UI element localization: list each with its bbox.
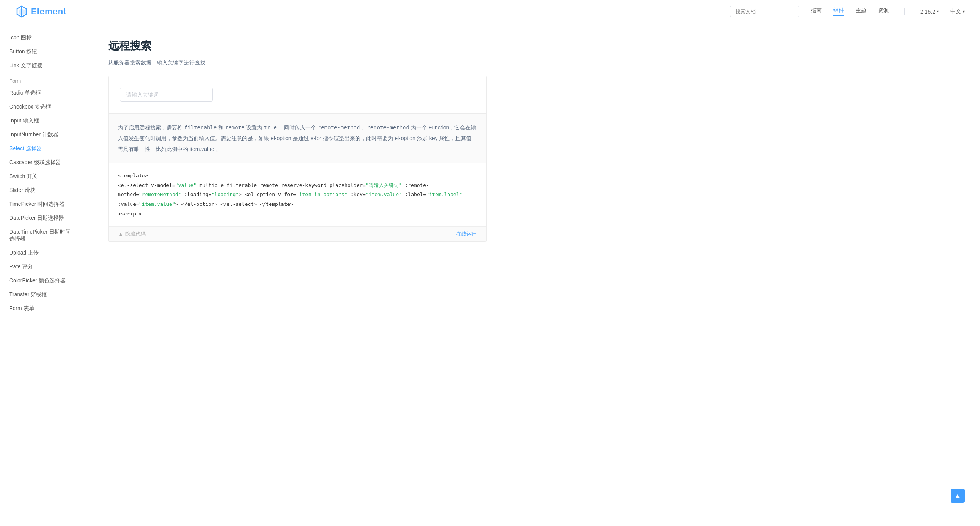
sidebar-item-cascader[interactable]: Cascader 级联选择器	[0, 156, 85, 170]
sidebar-item-datetimepicker[interactable]: DateTimePicker 日期时间选择器	[0, 225, 85, 246]
code-template-close: </template>	[260, 201, 293, 207]
collapse-icon: ▲	[118, 231, 123, 237]
code-v-for: v-for	[310, 135, 321, 141]
code-el-select-open: <el-select	[118, 182, 148, 188]
sidebar-item-inputnumber[interactable]: InputNumber 计数器	[0, 128, 85, 142]
sidebar-item-input[interactable]: Input 输入框	[0, 114, 85, 128]
code-value-attr: :value="item.value">	[118, 201, 178, 207]
sidebar-item-select[interactable]: Select 选择器	[0, 142, 85, 156]
sidebar-item-upload[interactable]: Upload 上传	[0, 246, 85, 260]
code-remote-method-2: remote-method	[367, 124, 409, 131]
page-title: 远程搜索	[108, 39, 487, 53]
sidebar-item-rate[interactable]: Rate 评分	[0, 260, 85, 273]
code-function: Function	[429, 124, 449, 131]
page-subtitle: 从服务器搜索数据，输入关键字进行查找	[108, 59, 487, 66]
search-input[interactable]	[730, 6, 799, 17]
logo[interactable]: Element	[15, 5, 67, 18]
code-el-select-close: </el-select>	[220, 201, 257, 207]
code-filterable: filterable	[184, 124, 217, 131]
sidebar-item-timepicker[interactable]: TimePicker 时间选择器	[0, 197, 85, 211]
sidebar-item-slider[interactable]: Slider 滑块	[0, 183, 85, 197]
chevron-down-icon: ▾	[937, 9, 939, 14]
section-description: 为了启用远程搜索，需要将 filterable 和 remote 设置为 tru…	[109, 113, 486, 163]
code-template-open: <template>	[118, 173, 148, 178]
logo-text: Element	[31, 7, 67, 17]
code-remote: remote	[225, 124, 245, 131]
nav-theme[interactable]: 主题	[856, 7, 866, 16]
sidebar: Icon 图标 Button 按钮 Link 文字链接 Form Radio 单…	[0, 23, 85, 273]
code-v-for-attr: v-for="item in options"	[278, 192, 348, 197]
logo-icon	[15, 5, 28, 18]
code-reserve-keyword: reserve-keyword	[281, 182, 326, 188]
code-multiple: multiple	[199, 182, 224, 188]
nav-resources[interactable]: 资源	[878, 7, 889, 16]
language-select[interactable]: 中文 ▾	[950, 8, 965, 15]
sidebar-section-form: Form	[0, 73, 85, 86]
nav-components[interactable]: 组件	[833, 7, 844, 16]
sidebar-item-datepicker[interactable]: DatePicker 日期选择器	[0, 211, 85, 225]
code-placeholder-attr: placeholder="请输入关键词"	[329, 182, 402, 188]
sidebar-item-button[interactable]: Button 按钮	[0, 45, 85, 59]
code-key-attr: :key="item.value"	[351, 192, 402, 197]
code-loading-attr: :loading="loading">	[184, 192, 242, 197]
code-true: true	[264, 124, 277, 131]
code-script-open: <script>	[118, 211, 142, 217]
hide-code-button[interactable]: ▲ 隐藏代码	[118, 231, 146, 238]
code-el-option-tag: <el-option	[245, 192, 275, 197]
keyword-input[interactable]	[120, 88, 213, 102]
code-block: <template> <el-select v-model="value" mu…	[109, 163, 486, 226]
run-online-button[interactable]: 在线运行	[456, 231, 476, 238]
code-remote: remote	[260, 182, 278, 188]
main-content: 远程搜索 从服务器搜索数据，输入关键字进行查找 为了启用远程搜索，需要将 fil…	[85, 23, 510, 273]
nav-divider	[904, 8, 905, 15]
code-v-model: v-model="value"	[151, 182, 196, 188]
nav-guide[interactable]: 指南	[811, 7, 822, 16]
code-footer: ▲ 隐藏代码 在线运行	[109, 226, 486, 242]
hide-code-label: 隐藏代码	[125, 231, 146, 238]
code-el-option-2: el-option	[395, 135, 415, 141]
sidebar-item-link[interactable]: Link 文字链接	[0, 59, 85, 73]
code-label-attr: :label="item.label"	[405, 192, 463, 197]
chevron-down-icon: ▾	[963, 9, 965, 14]
code-filterable: filterable	[227, 182, 257, 188]
section-demo	[109, 76, 486, 113]
section-block: 为了启用远程搜索，需要将 filterable 和 remote 设置为 tru…	[108, 76, 487, 242]
sidebar-item-switch[interactable]: Switch 开关	[0, 170, 85, 183]
version-select[interactable]: 2.15.2 ▾	[920, 8, 939, 15]
layout: Icon 图标 Button 按钮 Link 文字链接 Form Radio 单…	[0, 23, 980, 273]
header: Element 指南 组件 主题 资源 2.15.2 ▾ 中文 ▾	[0, 0, 980, 23]
code-el-option: el-option	[271, 135, 292, 141]
sidebar-item-radio[interactable]: Radio 单选框	[0, 86, 85, 100]
code-item-value: item.value	[190, 146, 214, 152]
code-key: key	[429, 135, 438, 141]
sidebar-item-checkbox[interactable]: Checkbox 多选框	[0, 100, 85, 114]
sidebar-item-icon[interactable]: Icon 图标	[0, 31, 85, 45]
code-remote-method: remote-method	[318, 124, 360, 131]
code-el-option-close: </el-option>	[181, 201, 217, 207]
main-nav: 指南 组件 主题 资源 2.15.2 ▾ 中文 ▾	[811, 7, 965, 16]
